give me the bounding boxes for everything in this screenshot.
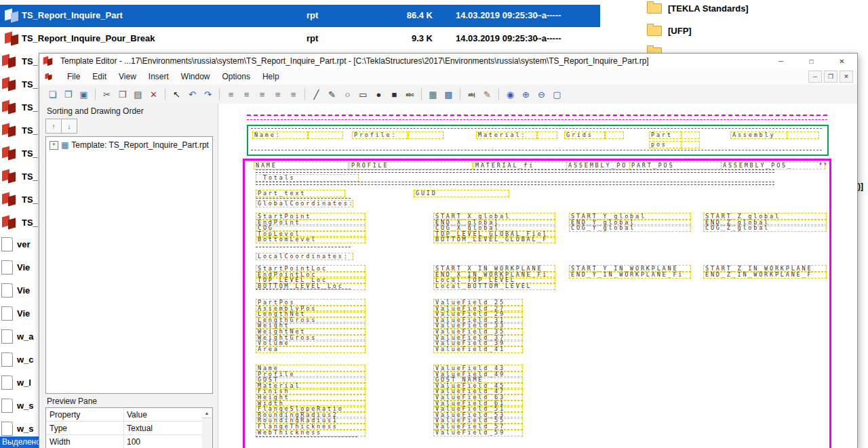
mdi-close-button[interactable]: ✕ — [840, 70, 853, 83]
file-list-item[interactable]: TS_ — [1, 146, 38, 160]
table-row[interactable]: Width100 — [46, 435, 202, 448]
field-edit-icon[interactable]: ab| — [465, 87, 479, 102]
new-icon[interactable]: ❏ — [45, 87, 60, 102]
file-list-item[interactable]: w_s — [1, 422, 34, 436]
scroll-up-icon[interactable]: ▲ — [202, 408, 212, 418]
file-list-item[interactable]: TS_ — [1, 100, 38, 114]
template-field[interactable]: BOTTOM_LEVEL_GLOBAL_F — [433, 236, 555, 243]
template-field[interactable]: Area — [256, 346, 366, 353]
template-field[interactable]: Assembly — [730, 131, 787, 139]
file-list-item[interactable]: TS_ — [1, 54, 38, 68]
freehand-tool-icon[interactable]: ✎ — [325, 87, 339, 102]
template-field[interactable]: WebThickness — [256, 429, 366, 436]
file-list-item[interactable]: Vie — [1, 283, 30, 298]
close-button[interactable]: ✕ — [827, 54, 857, 68]
template-field[interactable]: COG_Y_global — [569, 224, 691, 232]
menu-edit[interactable]: Edit — [86, 68, 113, 85]
file-row[interactable]: TS_Report_Inquire_Pour_Breakrpt9.3 K14.0… — [0, 28, 600, 50]
file-list-item[interactable]: TS_ — [1, 216, 38, 229]
template-empty-field[interactable] — [681, 131, 700, 139]
filled-circle-tool-icon[interactable]: ● — [372, 87, 386, 102]
folder-item[interactable]: [UFP] — [647, 26, 692, 36]
align-bottom-icon[interactable]: ≡ — [255, 87, 269, 102]
template-empty-field[interactable] — [787, 131, 819, 139]
expand-icon[interactable]: + — [50, 141, 58, 150]
template-field[interactable]: Grids — [564, 131, 605, 139]
delete-icon[interactable]: ✕ — [146, 87, 161, 102]
globe-icon[interactable]: ◉ — [503, 87, 517, 102]
ellipse-tool-icon[interactable]: ○ — [340, 87, 355, 102]
template-field[interactable]: pos — [649, 141, 682, 148]
template-field[interactable]: GUID — [414, 190, 509, 197]
template-field[interactable]: ValueField_41 — [433, 346, 523, 353]
copy-icon[interactable]: ❒ — [115, 87, 130, 102]
zoom-in-icon[interactable]: ⊕ — [519, 87, 533, 102]
open-icon[interactable]: ❐ — [61, 87, 75, 102]
column-field[interactable]: NAME — [254, 162, 349, 169]
menu-insert[interactable]: Insert — [142, 68, 175, 85]
move-down-button[interactable]: ↓ — [61, 119, 77, 134]
file-list-item[interactable]: ver — [1, 237, 31, 251]
minimize-button[interactable]: ─ — [766, 54, 796, 68]
table-scrollbar[interactable]: ▲ — [201, 408, 212, 448]
template-empty-field[interactable] — [408, 131, 443, 139]
column-field[interactable]: PART_POS — [629, 162, 722, 169]
align-middle-icon[interactable]: ≡ — [239, 87, 254, 102]
template-field[interactable]: Name: — [252, 131, 308, 139]
file-list-item[interactable]: Vie — [1, 260, 30, 274]
frame-icon[interactable]: ▩ — [441, 87, 456, 102]
zoom-out-icon[interactable]: ⊖ — [534, 87, 549, 102]
column-field[interactable]: MATERIAL_fi — [473, 162, 567, 169]
file-list-item[interactable]: w_c — [1, 352, 34, 367]
template-field[interactable]: END_Y_IN_WORKPLANE_Fi — [569, 271, 691, 279]
paste-icon[interactable]: ▤ — [131, 87, 145, 102]
file-row[interactable]: TS_Report_Inquire_Partrpt86.4 K14.03.201… — [0, 5, 600, 27]
column-field[interactable]: PROFILE — [349, 162, 473, 169]
template-field[interactable]: END_Z_IN_WORKPLANE_F — [703, 271, 827, 279]
rectangle-tool-icon[interactable]: ▭ — [356, 87, 370, 102]
cut-icon[interactable]: ✂ — [100, 87, 114, 102]
template-empty-field[interactable] — [681, 141, 700, 148]
tree-item-template[interactable]: + ▦ Template: TS_Report_Inquire_Part.rpt — [50, 140, 212, 150]
menu-help[interactable]: Help — [256, 68, 285, 85]
undo-icon[interactable]: ↶ — [185, 87, 199, 102]
header-section[interactable]: Name:Profile:Material:GridsPartAssemblyp… — [247, 125, 829, 156]
line-tool-icon[interactable]: ╱ — [309, 87, 323, 102]
totals-field[interactable]: Totals — [256, 174, 359, 182]
folder-item[interactable]: [TEKLA Standards] — [647, 3, 749, 14]
select-arrow-icon[interactable]: ↖ — [170, 87, 184, 102]
table-row[interactable]: TypeTextual — [46, 422, 202, 435]
file-list-item[interactable]: w_l — [1, 375, 31, 390]
menu-file[interactable]: File — [61, 68, 86, 85]
template-field[interactable]: Local_BOTTOM_LEVEL — [433, 283, 555, 290]
template-field[interactable]: BottomLevel — [256, 236, 366, 243]
move-up-button[interactable]: ↑ — [45, 119, 62, 134]
mdi-restore-button[interactable]: ❐ — [824, 70, 837, 83]
align-top-icon[interactable]: ≡ — [224, 87, 238, 102]
template-field[interactable]: Material: — [476, 131, 537, 139]
template-field[interactable]: ValueField_59 — [433, 429, 523, 436]
menu-window[interactable]: Window — [175, 68, 216, 85]
template-empty-field[interactable] — [537, 131, 557, 139]
image-icon[interactable]: ▦ — [426, 87, 440, 102]
distribute-vertical-icon[interactable]: ≡ — [286, 87, 300, 102]
file-list-item[interactable]: w_a — [1, 329, 34, 344]
edit-pencil-icon[interactable]: ✎ — [480, 87, 494, 102]
file-list-item[interactable]: TS_ — [1, 169, 38, 183]
distribute-horizontal-icon[interactable]: ≡ — [271, 87, 285, 102]
sort-marker-icon[interactable]: ▼▼▼ — [818, 162, 833, 166]
pan-icon[interactable]: ▢ — [550, 87, 564, 102]
section-title-field[interactable]: LocalCoordinates: — [256, 253, 353, 260]
file-list-item[interactable]: TS_ — [1, 123, 38, 137]
save-icon[interactable]: ▣ — [77, 87, 91, 102]
menu-view[interactable]: View — [113, 68, 142, 85]
window-titlebar[interactable]: Template Editor - ...17\Environments\rus… — [39, 54, 857, 68]
maximize-button[interactable]: □ — [796, 54, 827, 68]
row-section[interactable]: NAMEPROFILEMATERIAL_fiASSEMBLY_POPART_PO… — [243, 159, 831, 448]
menu-options[interactable]: Options — [216, 68, 256, 85]
file-list-item[interactable]: Vie — [1, 306, 30, 321]
text-tool-icon[interactable]: abc — [403, 87, 417, 102]
template-field[interactable]: Part — [649, 131, 682, 139]
template-empty-field[interactable] — [308, 131, 343, 139]
template-canvas[interactable]: Name:Profile:Material:GridsPartAssemblyp… — [218, 104, 857, 448]
